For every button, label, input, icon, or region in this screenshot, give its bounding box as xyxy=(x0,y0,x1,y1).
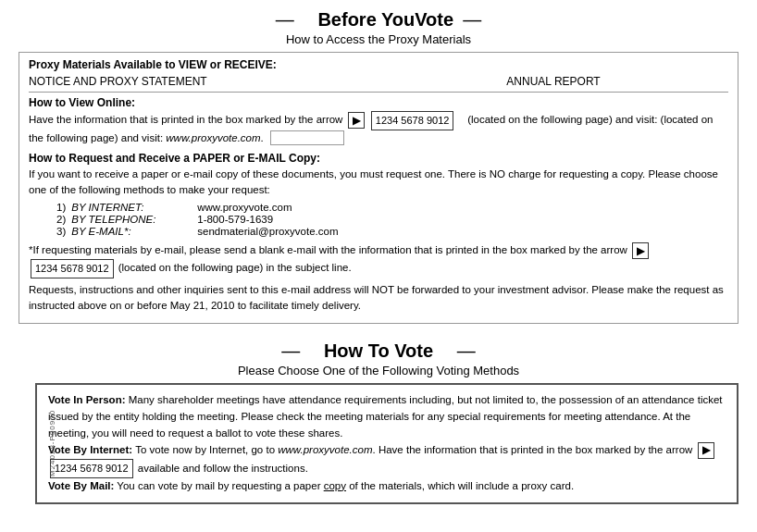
how-to-vote-title: — How To Vote — xyxy=(19,340,738,362)
account-number-2: 1234 5678 9012 xyxy=(31,259,114,278)
in-person-label: Vote In Person: xyxy=(48,394,126,405)
before-subtitle: How to Access the Proxy Materials xyxy=(19,32,738,46)
in-person-text: Many shareholder meetings have attendanc… xyxy=(48,394,723,439)
method-label-3: BY E-MAIL*: xyxy=(71,226,192,237)
vote-right-dash: — xyxy=(457,340,476,362)
footnote2: (located on the following page) in the s… xyxy=(118,263,352,274)
mail-label: Vote By Mail: xyxy=(48,480,114,491)
view-text2: (located on the following page) and visi… xyxy=(467,114,660,125)
side-label: M24028-P90970 xyxy=(48,410,56,476)
paper-copy-title: How to Request and Receive a PAPER or E-… xyxy=(29,152,728,165)
method-telephone: 2) BY TELEPHONE: 1-800-579-1639 xyxy=(56,214,728,225)
internet-number: 1234 5678 9012 xyxy=(50,459,133,478)
before-you-vote-title: — Before YouVote — xyxy=(19,9,738,31)
vote-subtitle: Please Choose One of the Following Votin… xyxy=(19,364,738,377)
vote-in-person-para: Vote In Person: Many shareholder meeting… xyxy=(48,392,726,441)
internet-website: www.proxyvote.com xyxy=(278,444,372,455)
account-number-1: 1234 5678 9012 xyxy=(371,111,454,130)
method-num-2: 2) xyxy=(56,214,66,225)
arrow-box-2: ▶ xyxy=(632,242,649,259)
vote-wrapper: M24028-P90970 Vote In Person: Many share… xyxy=(19,383,738,503)
internet-label: Vote By Internet: xyxy=(48,444,132,455)
vote-mail-para: Vote By Mail: You can vote by mail by re… xyxy=(48,478,726,495)
vote-left-dash: — xyxy=(281,340,300,362)
left-dash: — xyxy=(276,9,294,31)
col-annual: ANNUAL REPORT xyxy=(378,75,728,88)
proxy-header: Proxy Materials Available to VIEW or REC… xyxy=(29,58,728,71)
view-online-title: How to View Online: xyxy=(29,96,728,109)
vote-section: — How To Vote — Please Choose One of the… xyxy=(19,340,738,503)
page-wrapper: — Before YouVote — How to Access the Pro… xyxy=(0,0,757,513)
internet-text1: To vote now by Internet, go to xyxy=(135,444,278,455)
method-label-2: BY TELEPHONE: xyxy=(71,214,192,225)
arrow-box-1: ▶ xyxy=(348,112,365,129)
vote-internet-para: Vote By Internet: To vote now by Interne… xyxy=(48,442,726,478)
method-internet: 1) BY INTERNET: www.proxyvote.com xyxy=(56,202,728,213)
internet-text3: available and follow the instructions. xyxy=(138,462,308,473)
footnote-email: *If requesting materials by e-mail, plea… xyxy=(29,242,728,278)
col-notice: NOTICE AND PROXY STATEMENT xyxy=(29,75,378,88)
method-num-3: 3) xyxy=(56,226,66,237)
vote-box: Vote In Person: Many shareholder meeting… xyxy=(35,383,738,503)
methods-list: 1) BY INTERNET: www.proxyvote.com 2) BY … xyxy=(56,202,728,237)
mail-text: You can vote by mail by requesting a pap… xyxy=(117,480,574,491)
proxy-materials-box: Proxy Materials Available to VIEW or REC… xyxy=(19,52,738,324)
method-value-2: 1-800-579-1639 xyxy=(197,214,273,225)
title-main: Before YouVote xyxy=(317,9,453,31)
method-num-1: 1) xyxy=(56,202,66,213)
view-online-text: Have the information that is printed in … xyxy=(29,111,728,146)
title-before xyxy=(304,9,309,31)
paper-copy-text: If you want to receive a paper or e-mail… xyxy=(29,167,728,199)
method-value-1: www.proxyvote.com xyxy=(197,202,292,213)
arrow-box-3: ▶ xyxy=(698,442,714,459)
vote-title: How To Vote xyxy=(324,340,433,362)
right-dash: — xyxy=(463,9,481,31)
method-value-3: sendmaterial@proxyvote.com xyxy=(197,226,338,237)
method-label-1: BY INTERNET: xyxy=(71,202,192,213)
internet-text2: . Have the information that is printed i… xyxy=(373,444,693,455)
arrow-icon-1: ▶ xyxy=(346,112,366,129)
footnote-inquiries: Requests, instructions and other inquiri… xyxy=(29,282,728,315)
method-email: 3) BY E-MAIL*: sendmaterial@proxyvote.co… xyxy=(56,226,728,237)
arrow-icon-3: ▶ xyxy=(696,442,716,459)
arrow-icon-2: ▶ xyxy=(630,242,651,259)
proxy-cols-row: NOTICE AND PROXY STATEMENT ANNUAL REPORT xyxy=(29,75,728,93)
view-text1: Have the information that is printed in … xyxy=(29,114,342,125)
